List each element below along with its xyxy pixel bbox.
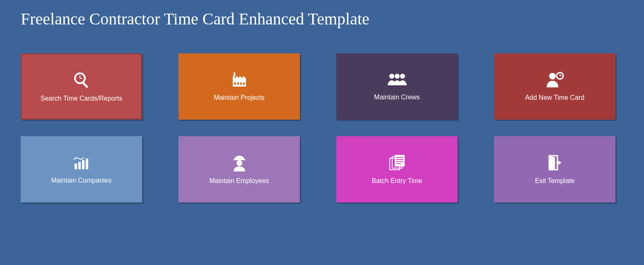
svg-rect-8 [243,82,245,85]
tile-grid: Search Time Cards/Reports Maintain Proje… [21,53,623,202]
tile-label: Batch Entry Time [372,177,422,185]
svg-point-11 [389,74,394,79]
tile-label: Add New Time Card [525,94,584,101]
tile-label: Maintain Projects [214,94,265,101]
tile-label: Search Time Cards/Reports [41,95,122,102]
people-group-icon [387,72,408,88]
svg-rect-20 [82,160,84,169]
svg-rect-21 [86,159,88,169]
tile-label: Maintain Companies [51,177,112,184]
tile-maintain-projects[interactable]: Maintain Projects [178,53,300,120]
tile-exit-template[interactable]: Exit Template [494,136,615,202]
svg-marker-32 [549,156,555,170]
svg-point-14 [549,73,556,80]
tile-label: Maintain Crews [374,94,420,101]
svg-rect-10 [234,72,235,77]
documents-stack-icon [388,154,406,171]
svg-rect-5 [234,82,236,85]
svg-rect-22 [234,159,245,160]
tile-label: Exit Template [535,177,575,185]
svg-point-23 [236,160,242,166]
tile-label: Maintain Employees [209,177,269,185]
magnifier-clock-icon [72,71,91,89]
svg-point-13 [400,74,405,79]
svg-point-12 [395,74,400,79]
svg-marker-33 [556,161,562,165]
tile-maintain-employees[interactable]: Maintain Employees [178,136,300,202]
exit-door-icon [547,154,563,171]
svg-rect-19 [78,162,81,169]
svg-rect-18 [75,164,77,169]
page-title: Freelance Contractor Time Card Enhanced … [21,9,623,29]
factory-chart-icon [72,154,91,171]
worker-hardhat-icon [231,154,248,171]
factory-icon [230,72,248,88]
person-clock-icon [545,72,565,88]
tile-add-new-time-card[interactable]: Add New Time Card [494,53,615,120]
svg-rect-1 [82,82,88,88]
tile-search-time-cards[interactable]: Search Time Cards/Reports [21,53,142,120]
tile-maintain-crews[interactable]: Maintain Crews [336,53,458,120]
svg-rect-6 [237,82,239,85]
svg-rect-26 [395,155,405,166]
tile-maintain-companies[interactable]: Maintain Companies [21,136,142,202]
tile-batch-entry-time[interactable]: Batch Entry Time [336,136,458,202]
svg-rect-7 [240,82,242,85]
